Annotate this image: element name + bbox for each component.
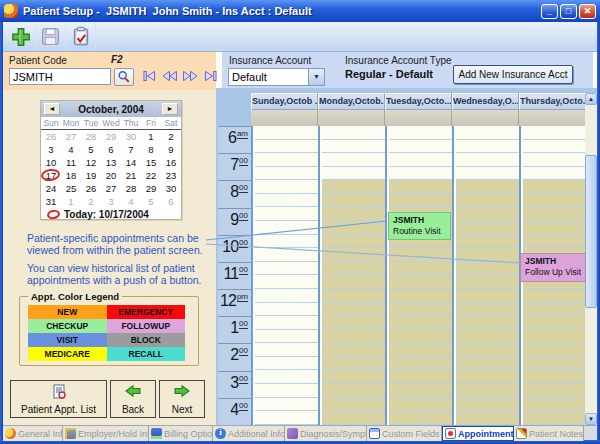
- calendar-date-cell[interactable]: 5: [81, 143, 101, 156]
- calendar-date-cell[interactable]: 21: [121, 169, 141, 182]
- calendar-date-cell[interactable]: 26: [81, 182, 101, 195]
- time-slot[interactable]: [456, 180, 519, 194]
- time-slot[interactable]: [389, 289, 452, 303]
- time-slot[interactable]: [389, 140, 452, 154]
- time-slot[interactable]: [523, 194, 586, 208]
- time-slot[interactable]: [255, 316, 318, 330]
- time-slot[interactable]: [523, 411, 586, 425]
- calendar-date-cell[interactable]: 27: [61, 130, 81, 143]
- calendar-date-cell[interactable]: 29: [141, 182, 161, 195]
- add-insurance-button[interactable]: Add New Insurance Acct: [453, 65, 573, 84]
- tab-additional-info[interactable]: Additional Info: [213, 426, 285, 441]
- time-slot[interactable]: [389, 411, 452, 425]
- time-slot[interactable]: [456, 343, 519, 357]
- calendar-today-cell[interactable]: 17: [41, 169, 61, 182]
- calendar-date-cell[interactable]: 26: [41, 130, 61, 143]
- time-slot[interactable]: [322, 167, 385, 181]
- calendar-date-cell[interactable]: 8: [141, 143, 161, 156]
- time-slot[interactable]: [389, 194, 452, 208]
- time-slot[interactable]: [255, 330, 318, 344]
- calendar-date-cell[interactable]: 3: [101, 195, 121, 208]
- time-slot[interactable]: [322, 384, 385, 398]
- calendar-date-cell[interactable]: 9: [161, 143, 181, 156]
- chevron-down-icon[interactable]: ▼: [308, 69, 324, 85]
- time-slot[interactable]: [255, 384, 318, 398]
- next-record-button[interactable]: [182, 70, 199, 82]
- time-slot[interactable]: [322, 140, 385, 154]
- time-slot[interactable]: [389, 357, 452, 371]
- time-slot[interactable]: [523, 316, 586, 330]
- calendar-date-cell[interactable]: 24: [41, 182, 61, 195]
- time-slot[interactable]: [456, 126, 519, 140]
- calendar-date-cell[interactable]: 23: [161, 169, 181, 182]
- calendar-date-cell[interactable]: 14: [121, 156, 141, 169]
- time-slot[interactable]: [255, 207, 318, 221]
- calendar-date-cell[interactable]: 5: [141, 195, 161, 208]
- time-slot[interactable]: [456, 167, 519, 181]
- time-slot[interactable]: [255, 126, 318, 140]
- time-slot[interactable]: [255, 140, 318, 154]
- calendar-date-cell[interactable]: 11: [61, 156, 81, 169]
- day-column[interactable]: [385, 126, 452, 425]
- time-slot[interactable]: [523, 343, 586, 357]
- time-slot[interactable]: [255, 357, 318, 371]
- scrollbar-thumb[interactable]: [585, 155, 597, 308]
- calendar-date-cell[interactable]: 30: [121, 130, 141, 143]
- time-slot[interactable]: [389, 384, 452, 398]
- patient-search-button[interactable]: [114, 68, 134, 86]
- time-slot[interactable]: [523, 357, 586, 371]
- calendar-prev-button[interactable]: ◄: [44, 103, 60, 115]
- calendar-date-cell[interactable]: 28: [121, 182, 141, 195]
- time-slot[interactable]: [255, 275, 318, 289]
- time-slot[interactable]: [389, 153, 452, 167]
- calendar-date-cell[interactable]: 31: [41, 195, 61, 208]
- calendar-date-cell[interactable]: 25: [61, 182, 81, 195]
- time-slot[interactable]: [523, 235, 586, 249]
- calendar-date-cell[interactable]: 6: [161, 195, 181, 208]
- next-button[interactable]: Next: [159, 380, 205, 418]
- save-button[interactable]: [36, 23, 66, 50]
- tab-billing-options[interactable]: Billing Options: [149, 426, 213, 441]
- time-slot[interactable]: [456, 357, 519, 371]
- calendar-date-cell[interactable]: 3: [41, 143, 61, 156]
- calendar-date-cell[interactable]: 4: [121, 195, 141, 208]
- calendar-date-cell[interactable]: 2: [81, 195, 101, 208]
- time-slot[interactable]: [255, 248, 318, 262]
- tab-employer-hold-info[interactable]: Employer/Hold Info: [63, 426, 149, 441]
- time-slot[interactable]: [322, 303, 385, 317]
- time-slot[interactable]: [456, 235, 519, 249]
- time-slot[interactable]: [523, 384, 586, 398]
- calendar-date-cell[interactable]: 29: [101, 130, 121, 143]
- calendar-date-cell[interactable]: 4: [61, 143, 81, 156]
- time-slot[interactable]: [255, 194, 318, 208]
- time-slot[interactable]: [456, 153, 519, 167]
- time-slot[interactable]: [456, 384, 519, 398]
- time-slot[interactable]: [456, 275, 519, 289]
- time-slot[interactable]: [389, 343, 452, 357]
- calendar-date-cell[interactable]: 22: [141, 169, 161, 182]
- time-slot[interactable]: [255, 411, 318, 425]
- time-slot[interactable]: [322, 330, 385, 344]
- appointment-follow-up-visit[interactable]: JSMITHFollow Up Visit: [520, 253, 586, 282]
- scroll-down-icon[interactable]: ▼: [585, 413, 597, 425]
- day-column[interactable]: [251, 126, 318, 425]
- back-button[interactable]: Back: [110, 380, 156, 418]
- time-slot[interactable]: [322, 207, 385, 221]
- calendar-date-cell[interactable]: 18: [61, 169, 81, 182]
- time-slot[interactable]: [523, 140, 586, 154]
- tab-appointments[interactable]: Appointments: [442, 426, 514, 441]
- time-slot[interactable]: [255, 235, 318, 249]
- time-slot[interactable]: [322, 357, 385, 371]
- calendar-date-cell[interactable]: 10: [41, 156, 61, 169]
- time-slot[interactable]: [456, 316, 519, 330]
- time-slot[interactable]: [456, 398, 519, 412]
- time-slot[interactable]: [322, 221, 385, 235]
- time-slot[interactable]: [389, 180, 452, 194]
- calendar-date-cell[interactable]: 7: [121, 143, 141, 156]
- time-slot[interactable]: [523, 126, 586, 140]
- new-record-button[interactable]: [6, 23, 36, 50]
- verify-button[interactable]: [66, 23, 96, 50]
- calendar-date-cell[interactable]: 16: [161, 156, 181, 169]
- time-slot[interactable]: [322, 398, 385, 412]
- time-slot[interactable]: [523, 180, 586, 194]
